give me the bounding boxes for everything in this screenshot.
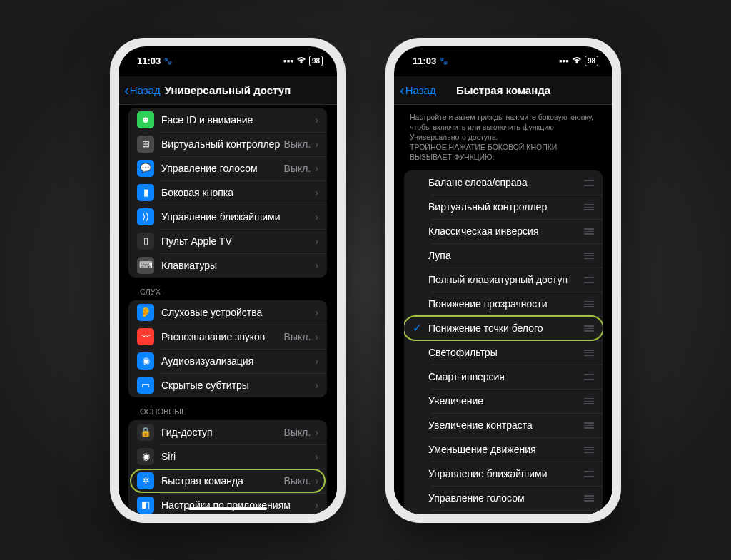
cell-icon: ▪▪▪ <box>283 56 293 66</box>
chevron-right-icon: › <box>315 427 318 438</box>
chevron-left-icon: ‹ <box>400 82 405 98</box>
screen-left: 11:03 🐾 ▪▪▪ 98 ‹ Назад Универсальный дос… <box>119 46 337 514</box>
row-icon: ▭ <box>137 377 154 394</box>
shortcut-row[interactable]: Баланс слева/справа <box>404 170 603 195</box>
shortcut-label: Классическая инверсия <box>428 225 581 237</box>
shortcut-label: Понижение прозрачности <box>428 298 581 310</box>
chevron-right-icon: › <box>315 355 318 367</box>
chevron-right-icon: › <box>315 380 318 391</box>
row-label: Face ID и внимание <box>161 114 315 126</box>
checkmark-icon: ✓ <box>413 322 428 335</box>
battery: 98 <box>309 56 323 66</box>
settings-content[interactable]: ☻Face ID и внимание›⊞Виртуальный контрол… <box>119 105 337 514</box>
back-button[interactable]: ‹ Назад <box>124 82 161 98</box>
settings-row[interactable]: ⊞Виртуальный контроллерВыкл.› <box>128 132 327 156</box>
settings-row[interactable]: ▭Скрытые субтитры› <box>128 373 327 397</box>
row-value: Выкл. <box>284 427 311 438</box>
drag-handle-icon[interactable] <box>581 204 594 210</box>
shortcut-label: Уменьшение движения <box>428 444 581 455</box>
drag-handle-icon[interactable] <box>581 350 594 356</box>
phone-right: 11:03 🐾 ▪▪▪ 98 ‹ Назад Быстрая команда Н… <box>385 38 621 523</box>
shortcut-row[interactable]: Управление голосом <box>404 486 603 510</box>
shortcut-row[interactable]: Фоновые звуки <box>404 510 603 514</box>
wifi-icon <box>296 56 306 66</box>
settings-row[interactable]: ▯Пульт Apple TV› <box>128 229 327 253</box>
drag-handle-icon[interactable] <box>581 253 594 259</box>
shortcut-row[interactable]: Лупа <box>404 243 603 268</box>
settings-row[interactable]: ✲Быстрая командаВыкл.› <box>128 469 327 493</box>
drag-handle-icon[interactable] <box>581 422 594 429</box>
settings-row[interactable]: ▮Боковая кнопка› <box>128 180 327 205</box>
row-icon: ⌨ <box>137 257 154 274</box>
row-icon: ◧ <box>137 497 154 514</box>
drag-handle-icon[interactable] <box>581 228 594 235</box>
shortcut-row[interactable]: Понижение прозрачности <box>404 292 603 316</box>
status-time: 11:03 <box>413 56 436 66</box>
shortcuts-content[interactable]: Настройте и затем трижды нажмите боковую… <box>394 105 612 514</box>
settings-row[interactable]: ⌨Клавиатуры› <box>128 253 327 278</box>
drag-handle-icon[interactable] <box>581 301 594 307</box>
settings-row[interactable]: ⟩⟩Управление ближайшими› <box>128 205 327 229</box>
shortcut-row[interactable]: Увеличение <box>404 389 603 413</box>
drag-handle-icon[interactable] <box>581 325 594 332</box>
row-label: Siri <box>161 451 315 462</box>
shortcut-row[interactable]: Смарт-инверсия <box>404 365 603 389</box>
chevron-left-icon: ‹ <box>124 82 129 98</box>
row-label: Боковая кнопка <box>161 187 315 198</box>
settings-row[interactable]: ☻Face ID и внимание› <box>128 108 327 132</box>
chevron-right-icon: › <box>315 451 318 462</box>
back-label: Назад <box>405 84 436 96</box>
drag-handle-icon[interactable] <box>581 374 594 380</box>
chevron-right-icon: › <box>315 138 318 150</box>
row-value: Выкл. <box>284 331 311 342</box>
chevron-right-icon: › <box>315 475 318 487</box>
settings-group: ☻Face ID и внимание›⊞Виртуальный контрол… <box>128 108 327 278</box>
home-indicator[interactable] <box>188 507 267 510</box>
shortcut-row[interactable]: Полный клавиатурный доступ <box>404 268 603 292</box>
shortcut-row[interactable]: Увеличение контраста <box>404 413 603 437</box>
settings-row[interactable]: 🔒Гид-доступВыкл.› <box>128 420 327 444</box>
shortcut-label: Лупа <box>428 250 581 261</box>
paw-icon: 🐾 <box>163 57 172 65</box>
drag-handle-icon[interactable] <box>581 398 594 404</box>
battery: 98 <box>585 56 598 66</box>
shortcut-row[interactable]: Управление ближайшими <box>404 462 603 486</box>
shortcut-row[interactable]: Виртуальный контроллер <box>404 195 603 219</box>
settings-row[interactable]: ◉Аудиовизуализация› <box>128 349 327 373</box>
row-value: Выкл. <box>284 138 311 150</box>
shortcut-row[interactable]: Классическая инверсия <box>404 219 603 243</box>
shortcut-label: Полный клавиатурный доступ <box>428 274 581 285</box>
shortcut-row[interactable]: Светофильтры <box>404 340 603 365</box>
settings-row[interactable]: ◉Siri› <box>128 444 327 469</box>
row-label: Гид-доступ <box>161 427 284 438</box>
row-label: Аудиовизуализация <box>161 355 315 367</box>
settings-row[interactable]: ◧Настройки по приложениям› <box>128 493 327 514</box>
settings-row[interactable]: 💬Управление голосомВыкл.› <box>128 156 327 180</box>
drag-handle-icon[interactable] <box>581 277 594 283</box>
row-icon: 🔒 <box>137 424 154 441</box>
phone-left: 11:03 🐾 ▪▪▪ 98 ‹ Назад Универсальный дос… <box>110 38 346 523</box>
section-header: ОСНОВНЫЕ <box>119 397 337 420</box>
nav-header: ‹ Назад Универсальный доступ <box>119 76 337 105</box>
back-label: Назад <box>130 84 161 96</box>
chevron-right-icon: › <box>315 331 318 342</box>
chevron-right-icon: › <box>315 235 318 247</box>
shortcut-label: Увеличение <box>428 395 581 407</box>
row-label: Быстрая команда <box>161 475 284 487</box>
shortcut-label: Увеличение контраста <box>428 419 581 431</box>
drag-handle-icon[interactable] <box>581 180 594 186</box>
settings-row[interactable]: 👂Слуховые устройства› <box>128 300 327 325</box>
row-label: Скрытые субтитры <box>161 380 315 391</box>
drag-handle-icon[interactable] <box>581 447 594 453</box>
drag-handle-icon[interactable] <box>581 471 594 477</box>
shortcut-row[interactable]: ✓Понижение точки белого <box>404 316 603 340</box>
back-button[interactable]: ‹ Назад <box>400 82 436 98</box>
drag-handle-icon[interactable] <box>581 495 594 502</box>
shortcut-label: Управление голосом <box>428 492 581 504</box>
chevron-right-icon: › <box>315 307 318 318</box>
settings-row[interactable]: 〰Распознавание звуковВыкл.› <box>128 325 327 349</box>
row-icon: ◉ <box>137 352 154 370</box>
row-icon: ⊞ <box>137 136 154 153</box>
row-label: Распознавание звуков <box>161 331 284 342</box>
shortcut-row[interactable]: Уменьшение движения <box>404 437 603 462</box>
